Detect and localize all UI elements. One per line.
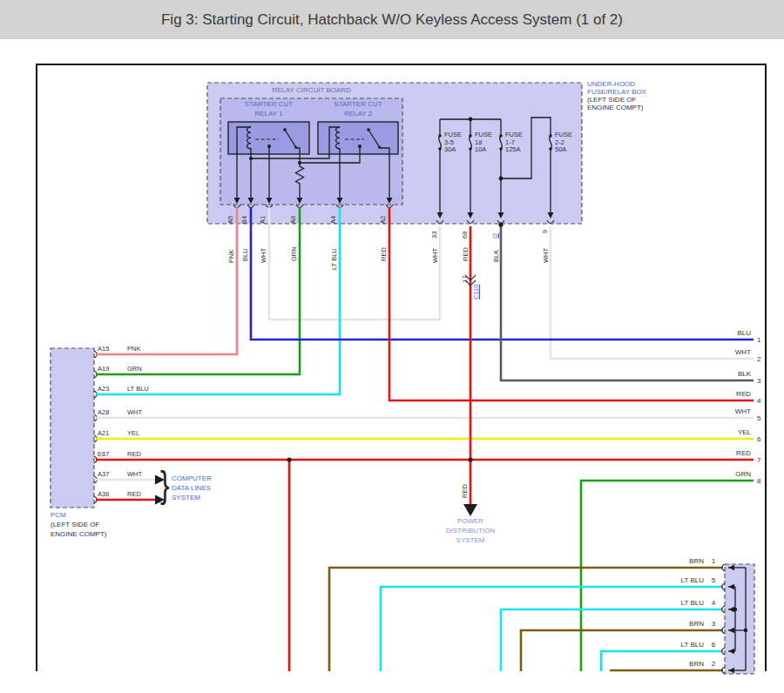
wire-label-red-a2: RED	[381, 247, 388, 261]
fuse4-title: FUSE	[555, 131, 572, 138]
pcm-wire-a15: PNK	[127, 346, 140, 353]
fusebox-label-line2: FUSE/RELAY BOX	[587, 88, 646, 96]
relay2-label-line2: RELAY 2	[318, 110, 398, 118]
bottom-wire-2-num: 2	[707, 660, 720, 668]
wire-label-blu: BLU	[242, 248, 249, 261]
computer-data-brace: }	[160, 467, 170, 503]
pcm-label-line2: (LEFT SIDE OF	[51, 521, 99, 528]
bottom-wire-1-label: BRN	[645, 557, 704, 565]
relay-pin-a1: A1	[260, 216, 267, 224]
wire-label-wht-fuse1: WHT	[432, 248, 439, 263]
wire-label-red-lower: RED	[462, 484, 469, 498]
relay2-label-line1: STARTER CUT	[318, 100, 398, 108]
relay1-label-line2: RELAY 1	[228, 110, 309, 118]
right-wire-7-label: RED	[688, 449, 751, 457]
fusebox-label-line4: ENGINE COMPT)	[587, 104, 643, 111]
fuse3-title: FUSE	[505, 131, 523, 138]
bottom-connector-box	[725, 564, 754, 674]
fusebox-label-line3: (LEFT SIDE OF	[587, 96, 636, 104]
wire-blk-fuse	[501, 226, 754, 380]
right-wire-6-num: 6	[757, 435, 760, 443]
fuse-pin-9: 9	[542, 230, 549, 233]
pcm-pin-a37: A37	[98, 471, 109, 478]
wire-label-ltblu: LT BLU	[331, 248, 338, 270]
right-wire-6-label: YEL	[688, 428, 751, 436]
relay-pin-b4: B4	[241, 216, 248, 224]
relay-pin-a8: A8	[290, 216, 297, 224]
bottom-wire-6-label: LT BLU	[645, 641, 704, 649]
wire-label-grn: GRN	[291, 246, 298, 261]
relay-pin-a4: A4	[330, 216, 337, 224]
pcm-wire-a21: YEL	[127, 430, 139, 437]
fuse1-rating: 30A	[444, 146, 456, 153]
fuse-pin-i2-link[interactable]: I2	[492, 233, 499, 239]
right-wire-7-num: 7	[757, 456, 760, 464]
pcm-label-line3: ENGINE COMPT)	[51, 530, 106, 538]
right-wire-8-label: GRN	[688, 470, 751, 478]
pcm-box	[51, 348, 94, 508]
pcm-wire-a28: WHT	[127, 409, 142, 416]
pcm-label: PCM	[51, 511, 66, 519]
right-wire-2-label: WHT	[688, 348, 751, 356]
pcm-pin-a28: A28	[98, 409, 109, 416]
relay-pin-a2: A2	[380, 216, 387, 224]
fuse2-rating: 10A	[475, 146, 486, 153]
relay-pin-a5: A5	[227, 216, 234, 224]
c110-pin: 17	[462, 276, 469, 283]
pcm-pin-a21: A21	[98, 430, 109, 437]
wire-label-wht-a1: WHT	[260, 248, 267, 263]
fuse-pin-33: 33	[431, 232, 438, 239]
bottom-wire-3-label: BRN	[645, 620, 704, 628]
pcm-pin-a23: A23	[98, 386, 109, 393]
bottom-wire-6-num: 6	[707, 641, 720, 649]
right-wire-1-label: BLU	[688, 329, 751, 337]
wire-pnk-a5-a15	[96, 207, 237, 354]
right-wire-3-label: BLK	[688, 370, 751, 378]
power-dist-line3: SYSTEM	[436, 536, 505, 544]
power-dist-line2: DISTRIBUTION	[436, 527, 505, 535]
fusebox-label-line1: UNDER-HOOD	[587, 80, 635, 88]
right-wire-4-label: RED	[688, 390, 751, 398]
wire-label-red-fuse2: RED	[463, 247, 470, 261]
pcm-wire-a37: WHT	[127, 471, 142, 478]
computer-data-line2: DATA LINES	[172, 484, 211, 492]
right-wire-8-num: 8	[757, 477, 760, 485]
pcm-wire-a19: GRN	[127, 366, 142, 373]
wire-label-pnk: PNK	[228, 250, 235, 263]
fuse3-rating: 125A	[505, 146, 521, 153]
bottom-wire-5-label: LT BLU	[645, 576, 704, 584]
wiring-diagram-page: Fig 3: Starting Circuit, Hatchback W/O K…	[0, 0, 784, 693]
relay1-label-line1: STARTER CUT	[228, 100, 309, 108]
bottom-wire-5-num: 5	[707, 576, 720, 584]
pcm-pin-a19: A19	[98, 366, 109, 373]
relay-board-title: RELAY CIRCUIT BOARD	[220, 86, 402, 94]
pcm-wire-a36: RED	[127, 491, 141, 498]
right-wire-1-num: 1	[757, 336, 760, 344]
bottom-wire-1-num: 1	[707, 557, 720, 565]
wire-label-blk-fuse3: BLK	[493, 250, 500, 262]
right-wire-5-label: WHT	[688, 407, 751, 415]
pcm-pin-e67: E67	[98, 451, 109, 458]
pcm-pin-a15: A15	[98, 346, 109, 353]
bottom-wire-4-label: LT BLU	[645, 599, 704, 607]
pcm-wire-e67: RED	[127, 451, 141, 458]
right-wire-3-num: 3	[757, 377, 760, 385]
fuse2-title: FUSE	[475, 131, 492, 138]
pcm-pin-a36: A36	[98, 491, 109, 498]
right-wire-2-num: 2	[757, 355, 760, 363]
computer-data-line3: SYSTEM	[172, 494, 200, 501]
bottom-wire-4-num: 4	[707, 599, 720, 607]
right-wire-5-num: 5	[757, 414, 760, 422]
right-wire-4-num: 4	[757, 397, 760, 405]
bottom-wire-3-num: 3	[707, 620, 720, 628]
fuse-pin-68: 68	[462, 232, 469, 239]
bottom-wire-2-label: BRN	[645, 660, 704, 668]
c110-link[interactable]: C110	[473, 285, 480, 299]
pcm-wire-a23: LT BLU	[127, 386, 149, 393]
fuse4-rating: 50A	[555, 146, 566, 153]
wire-label-wht-fuse4: WHT	[543, 248, 550, 263]
power-distribution-arrow	[463, 504, 477, 516]
fuse1-title: FUSE	[444, 131, 462, 138]
computer-data-line1: COMPUTER	[172, 474, 212, 482]
power-dist-line1: POWER	[436, 517, 505, 525]
